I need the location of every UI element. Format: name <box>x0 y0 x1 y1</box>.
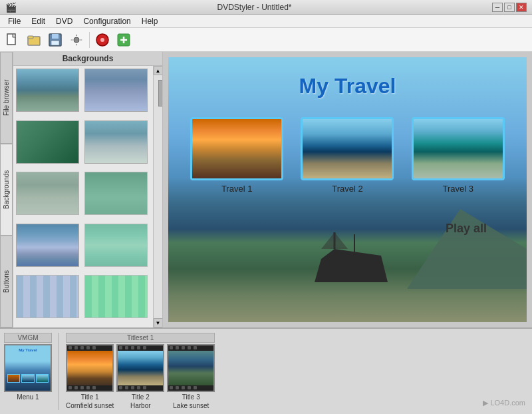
titleset1-label: Titleset 1 <box>66 333 215 343</box>
title2-thumb <box>116 344 164 392</box>
svg-point-6 <box>74 37 79 43</box>
timeline-section-vmgm: VMGM My Travel Menu 1 <box>4 333 52 410</box>
menu-dvd[interactable]: DVD <box>51 15 78 27</box>
thumb-item-2[interactable]: Travel 2 <box>301 117 394 194</box>
timeline-section-titleset1: Titleset 1 Title 1 Cornfield sunset <box>66 333 215 410</box>
vmgm-label: VMGM <box>4 333 52 343</box>
open-button[interactable] <box>24 30 44 50</box>
vmgm-items: My Travel Menu 1 <box>4 344 52 401</box>
thumb-label-2: Travel 2 <box>332 184 362 194</box>
menu-file[interactable]: File <box>3 15 26 27</box>
title1-thumb <box>66 344 114 392</box>
thumb-label-3: Travel 3 <box>443 184 473 194</box>
title1-item[interactable]: Title 1 Cornfield sunset <box>66 344 114 409</box>
svg-marker-16 <box>407 209 527 289</box>
canvas-area: My Travel Travel 1 Travel 2 <box>163 52 532 327</box>
title2-item[interactable]: Title 2 Harbor <box>116 344 164 409</box>
menu-bar: File Edit DVD Configuration Help <box>0 15 532 28</box>
backgrounds-grid <box>13 66 153 327</box>
panel-header: Backgrounds <box>13 52 162 66</box>
dvd-canvas[interactable]: My Travel Travel 1 Travel 2 <box>168 57 527 322</box>
tab-backgrounds[interactable]: Backgrounds <box>0 144 13 236</box>
bg-thumb-2[interactable] <box>84 69 148 112</box>
thumb-travel3 <box>412 117 505 180</box>
main-layout: File browser Backgrounds Buttons Backgro… <box>0 52 532 327</box>
menu1-thumb: My Travel <box>4 344 52 392</box>
title3-thumb <box>167 344 215 392</box>
canvas-thumbnails: Travel 1 Travel 2 Travel 3 <box>168 117 527 194</box>
title1-label: Title 1 <box>81 393 99 401</box>
bg-thumb-4[interactable] <box>84 120 148 164</box>
svg-marker-12 <box>308 249 388 282</box>
window-controls: ─ □ ✕ <box>492 3 527 12</box>
add-button[interactable] <box>114 30 134 50</box>
titleset1-items: Title 1 Cornfield sunset Title 2 Harbor <box>66 344 215 409</box>
menu1-label: Menu 1 <box>17 393 39 401</box>
bg-thumb-6[interactable] <box>84 172 148 215</box>
title2-label: Title 2 <box>132 393 150 401</box>
bg-thumb-3[interactable] <box>16 120 79 164</box>
maximize-button[interactable]: □ <box>504 3 515 12</box>
panel-body: Backgrounds <box>13 52 162 327</box>
bg-thumb-10[interactable] <box>84 275 148 318</box>
svg-marker-15 <box>321 232 348 249</box>
title3-item[interactable]: Title 3 Lake sunset <box>167 344 215 409</box>
bg-thumb-9[interactable] <box>16 275 79 318</box>
title2-sublabel: Harbor <box>130 402 151 409</box>
bg-thumb-8[interactable] <box>84 224 148 267</box>
thumb-travel2 <box>301 117 394 180</box>
svg-rect-4 <box>52 34 59 39</box>
bg-thumb-5[interactable] <box>16 172 79 215</box>
menu-help[interactable]: Help <box>136 15 164 27</box>
thumb-travel1 <box>190 117 283 180</box>
vertical-scrollbar[interactable]: ▲ ▼ <box>153 66 162 327</box>
toolbar-separator <box>89 32 90 48</box>
burn-button[interactable] <box>92 30 112 50</box>
title-bar: 🎬 DVDStyler - Untitled* ─ □ ✕ <box>0 0 532 15</box>
app-icon: 🎬 <box>5 2 17 13</box>
scroll-down[interactable]: ▼ <box>154 318 163 327</box>
title3-label: Title 3 <box>182 393 200 401</box>
new-button[interactable] <box>3 30 23 50</box>
bg-grid-wrapper: ▲ ▼ <box>13 66 162 327</box>
scroll-thumb[interactable] <box>158 80 163 106</box>
menu-configuration[interactable]: Configuration <box>78 15 136 27</box>
bg-thumb-1[interactable] <box>16 69 79 112</box>
svg-point-8 <box>100 38 104 42</box>
thumb-label-1: Travel 1 <box>221 184 252 194</box>
timeline: VMGM My Travel Menu 1 <box>0 327 532 414</box>
timeline-spacer <box>219 333 476 410</box>
svg-rect-2 <box>28 36 33 39</box>
side-tabs: File browser Backgrounds Buttons <box>0 52 13 327</box>
scroll-up[interactable]: ▲ <box>154 66 163 75</box>
tab-buttons[interactable]: Buttons <box>0 236 13 327</box>
menu1-item[interactable]: My Travel Menu 1 <box>4 344 52 401</box>
title3-sublabel: Lake sunset <box>173 402 209 409</box>
bg-thumb-7[interactable] <box>16 224 79 267</box>
canvas-title[interactable]: My Travel <box>168 74 527 99</box>
thumb-item-1[interactable]: Travel 1 <box>190 117 283 194</box>
settings-button[interactable] <box>66 30 86 50</box>
tab-file-browser[interactable]: File browser <box>0 52 13 144</box>
window-title: DVDStyler - Untitled* <box>17 3 492 12</box>
load-logo: ▶ LO4D.com <box>480 333 528 410</box>
menu-edit[interactable]: Edit <box>26 15 51 27</box>
minimize-button[interactable]: ─ <box>492 3 503 12</box>
svg-rect-5 <box>51 41 59 45</box>
timeline-divider <box>59 333 59 410</box>
title1-sublabel: Cornfield sunset <box>66 402 114 409</box>
toolbar <box>0 28 532 52</box>
save-button[interactable] <box>45 30 65 50</box>
thumb-item-3[interactable]: Travel 3 <box>412 117 505 194</box>
close-button[interactable]: ✕ <box>516 3 527 12</box>
left-panel: File browser Backgrounds Buttons Backgro… <box>0 52 163 327</box>
play-all-label[interactable]: Play all <box>446 222 487 236</box>
